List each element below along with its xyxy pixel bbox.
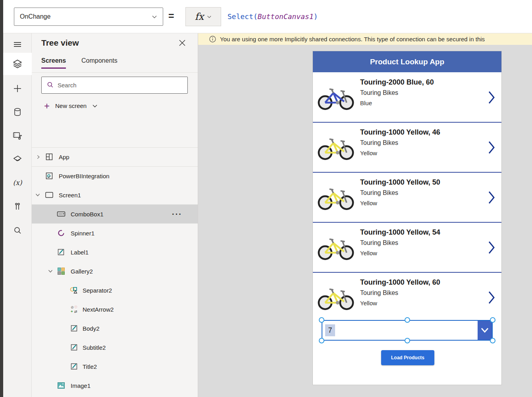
formula-input[interactable]: Select(ButtonCanvas1) — [227, 7, 532, 26]
resize-handle[interactable] — [490, 338, 495, 343]
svg-text:⇄: ⇄ — [74, 310, 77, 314]
next-arrow-icon[interactable] — [488, 141, 495, 156]
tree-item-spinner1[interactable]: Spinner1 — [32, 224, 198, 243]
gallery-item[interactable]: Touring-1000 Yellow, 46 Touring Bikes Ye… — [313, 123, 501, 173]
menu-button[interactable] — [3, 33, 32, 56]
gallery-item[interactable]: Touring-1000 Yellow, 50 Touring Bikes Ye… — [313, 173, 501, 223]
bike-image — [316, 133, 356, 162]
info-icon — [209, 36, 216, 42]
advanced-tools-button[interactable] — [3, 195, 32, 218]
search-button[interactable] — [3, 219, 32, 241]
formula-identifier-token: ButtonCanvas1 — [258, 12, 314, 21]
combobox-icon — [57, 210, 66, 218]
close-icon — [179, 39, 186, 48]
formula-function-token: Select( — [227, 12, 258, 21]
chevron-right-icon[interactable] — [36, 155, 41, 159]
next-arrow-icon[interactable] — [488, 241, 495, 256]
app-screen: Product Lookup App Touring-2000 Blue, 60… — [312, 51, 502, 385]
load-products-button[interactable]: Load Products — [381, 350, 434, 365]
powerbi-icon — [45, 172, 54, 180]
hamburger-icon — [13, 40, 22, 49]
resize-handle[interactable] — [490, 317, 495, 323]
notification-text: You are using one more Implicitly shared… — [220, 36, 485, 42]
layers-icon — [12, 59, 23, 69]
tree-item-subtitle2[interactable]: Subtitle2 — [32, 338, 198, 357]
next-arrow-icon[interactable] — [488, 91, 495, 106]
tree-item-image1[interactable]: Image1 — [32, 376, 198, 395]
spinner-icon — [57, 229, 66, 237]
tab-components[interactable]: Components — [81, 57, 118, 67]
svg-text:⊘: ⊘ — [71, 305, 74, 309]
next-arrow-icon[interactable] — [488, 291, 495, 306]
tab-screens[interactable]: Screens — [41, 57, 66, 69]
chevron-down-icon — [207, 14, 212, 19]
property-selector-value: OnChange — [20, 13, 50, 20]
bike-image — [316, 83, 356, 112]
variables-icon: (x) — [13, 179, 22, 187]
data-button[interactable] — [3, 101, 32, 123]
tree-view-panel: Tree view Screens Components + New scree… — [32, 33, 198, 397]
tree-item-gallery2[interactable]: Gallery2 — [32, 262, 198, 281]
tree-search-box — [41, 77, 188, 94]
next-arrow-icon[interactable] — [488, 191, 495, 206]
label-icon — [70, 362, 79, 371]
gallery-item[interactable]: Touring-1000 Yellow, 54 Touring Bikes Ye… — [313, 223, 501, 273]
bike-image — [316, 183, 356, 212]
label-icon — [70, 324, 79, 333]
media-icon — [12, 131, 23, 141]
panel-title: Tree view — [41, 38, 79, 48]
bike-image — [316, 283, 356, 312]
app-title: Product Lookup App — [370, 58, 444, 66]
settings-button[interactable]: ⚙ — [3, 390, 32, 397]
screen-icon — [45, 191, 54, 199]
resize-handle[interactable] — [405, 338, 410, 343]
formula-close-token: ) — [314, 12, 318, 21]
design-canvas: You are using one more Implicitly shared… — [198, 33, 532, 397]
tree-item-separator2[interactable]: Separator2 — [32, 281, 198, 300]
tree-item-body2[interactable]: Body2 — [32, 319, 198, 338]
separator-icon — [70, 286, 79, 295]
gallery-item[interactable]: Touring-2000 Blue, 60 Touring Bikes Blue — [313, 73, 501, 123]
tree-item-title2[interactable]: Title2 — [32, 357, 198, 376]
search-input[interactable] — [58, 82, 177, 89]
tree-item-screen1[interactable]: Screen1 — [32, 185, 198, 204]
resize-handle[interactable] — [319, 338, 324, 343]
chevron-down-icon[interactable] — [48, 269, 53, 274]
tree-view-button[interactable] — [3, 53, 32, 75]
more-options-button[interactable]: ··· — [172, 210, 182, 219]
plus-icon — [13, 84, 22, 93]
combobox-selected-value[interactable]: 7 — [325, 324, 335, 336]
insert-button[interactable] — [3, 77, 32, 100]
equals-sign: = — [168, 10, 174, 22]
resize-handle[interactable] — [405, 317, 410, 323]
tree-item-buttoncanvas1[interactable]: ButtonCanvas1 — [32, 395, 198, 397]
tree-item-nextarrow2[interactable]: ⊘♡+⇄ NextArrow2 — [32, 300, 198, 319]
tree-item-app[interactable]: App — [32, 147, 198, 166]
search-icon — [46, 81, 54, 90]
notification-banner: You are using one more Implicitly shared… — [198, 33, 532, 45]
fx-dropdown[interactable]: fx — [185, 7, 221, 26]
tree-item-powerbiintegration[interactable]: PowerBIIntegration — [32, 166, 198, 185]
plus-icon: + — [44, 101, 50, 111]
variables-button[interactable]: (x) — [3, 172, 32, 194]
close-panel-button[interactable] — [177, 39, 187, 49]
formula-bar: OnChange = fx Select(ButtonCanvas1) — [0, 0, 532, 33]
new-screen-button[interactable]: + New screen — [32, 98, 198, 114]
chevron-down-icon — [152, 14, 157, 19]
label-icon — [57, 248, 66, 256]
property-selector[interactable]: OnChange — [14, 8, 163, 26]
gallery-item[interactable]: Touring-1000 Yellow, 60 Touring Bikes Ye… — [313, 273, 501, 323]
chevron-down-icon[interactable] — [35, 193, 40, 197]
svg-text:♡: ♡ — [74, 305, 77, 309]
media-button[interactable] — [3, 125, 32, 147]
database-icon — [13, 107, 22, 117]
power-automate-button[interactable] — [3, 148, 32, 170]
powerapps-studio: OnChange = fx Select(ButtonCanvas1) — [0, 0, 532, 397]
tree-item-combobox1[interactable]: ComboBox1 ··· — [32, 204, 198, 224]
resize-handle[interactable] — [319, 317, 324, 323]
combobox-dropdown-button[interactable] — [478, 321, 492, 340]
tree-item-label1[interactable]: Label1 — [32, 243, 198, 262]
divider — [32, 72, 198, 73]
gallery-icon — [57, 267, 66, 276]
combobox-control[interactable]: 7 — [322, 320, 493, 341]
